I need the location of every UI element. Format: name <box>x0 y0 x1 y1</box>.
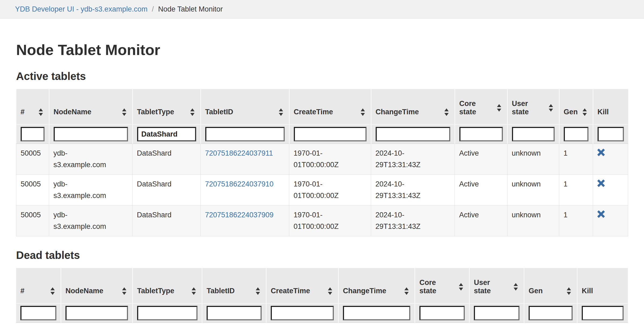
cell-num: 50005 <box>16 175 49 206</box>
dead-filter-changetime[interactable] <box>343 306 410 320</box>
sort-icon <box>122 108 126 116</box>
dead-filter-kill[interactable] <box>582 306 624 320</box>
cell-gen: 1 <box>559 144 593 175</box>
active-col-header-corestate[interactable]: Core state <box>455 89 507 124</box>
active-filter-kill[interactable] <box>598 127 624 141</box>
active-filter-nodename[interactable] <box>54 127 128 141</box>
dead-filter-userstate[interactable] <box>474 306 519 320</box>
cell-createtime: 1970-01-01T00:00:00Z <box>289 144 371 175</box>
active-header-row: # NodeName TabletType TabletID CreateTim… <box>16 89 628 124</box>
active-col-header-createtime[interactable]: CreateTime <box>289 89 371 124</box>
cell-nodename: ydb-s3.example.com <box>49 175 133 206</box>
dead-col-header-corestate[interactable]: Core state <box>415 268 469 303</box>
active-filter-num[interactable] <box>21 127 45 141</box>
active-col-header-changetime[interactable]: ChangeTime <box>371 89 455 124</box>
cell-gen: 1 <box>559 175 593 206</box>
breadcrumb-root-link[interactable]: YDB Developer UI - ydb-s3.example.com <box>15 5 148 13</box>
dead-tablets-heading: Dead tablets <box>16 249 628 261</box>
kill-x-icon <box>597 179 605 187</box>
dead-filter-tablettype[interactable] <box>137 306 197 320</box>
dead-col-header-createtime[interactable]: CreateTime <box>266 268 338 303</box>
dead-filter-row <box>16 303 628 323</box>
cell-userstate: unknown <box>507 175 559 206</box>
kill-x-icon <box>597 149 605 156</box>
dead-filter-createtime[interactable] <box>271 306 334 320</box>
active-filter-createtime[interactable] <box>294 127 367 141</box>
sort-icon <box>50 287 55 295</box>
breadcrumb: YDB Developer UI - ydb-s3.example.com / … <box>0 0 644 19</box>
dead-tablets-table: # NodeName TabletType TabletID CreateTim… <box>16 268 628 323</box>
active-col-header-userstate[interactable]: User state <box>507 89 559 124</box>
cell-nodename: ydb-s3.example.com <box>49 144 133 175</box>
dead-filter-nodename[interactable] <box>65 306 128 320</box>
dead-col-header-changetime[interactable]: ChangeTime <box>338 268 415 303</box>
cell-corestate: Active <box>455 175 507 206</box>
active-col-header-num[interactable]: # <box>16 89 49 124</box>
active-col-header-gen[interactable]: Gen <box>559 89 593 124</box>
dead-filter-tabletid[interactable] <box>207 306 262 320</box>
cell-corestate: Active <box>455 144 507 175</box>
cell-gen: 1 <box>559 206 593 236</box>
dead-col-header-tablettype[interactable]: TabletType <box>133 268 202 303</box>
cell-num: 50005 <box>16 206 49 236</box>
dead-col-header-userstate[interactable]: User state <box>469 268 524 303</box>
active-filter-changetime[interactable] <box>376 127 450 141</box>
cell-changetime: 2024-10-29T13:31:43Z <box>371 206 455 236</box>
sort-icon <box>39 108 43 116</box>
sort-icon <box>279 108 283 116</box>
active-filter-tabletid[interactable] <box>205 127 285 141</box>
dead-col-header-kill: Kill <box>577 268 628 303</box>
tablet-id-link[interactable]: 72075186224037911 <box>205 149 273 157</box>
page-title: Node Tablet Monitor <box>16 42 628 57</box>
cell-tabletid: 72075186224037909 <box>201 206 289 236</box>
active-col-header-nodename[interactable]: NodeName <box>49 89 133 124</box>
cell-tablettype: DataShard <box>133 206 201 236</box>
cell-createtime: 1970-01-01T00:00:00Z <box>289 175 371 206</box>
dead-header-row: # NodeName TabletType TabletID CreateTim… <box>16 268 628 303</box>
dead-col-header-num[interactable]: # <box>16 268 61 303</box>
kill-button[interactable] <box>597 210 605 218</box>
tablet-id-link[interactable]: 72075186224037909 <box>205 211 273 219</box>
cell-tabletid: 72075186224037910 <box>201 175 289 206</box>
active-filter-userstate[interactable] <box>512 127 555 141</box>
sort-icon <box>514 283 518 291</box>
table-row: 50005 ydb-s3.example.com DataShard 72075… <box>16 206 628 236</box>
active-filter-tablettype[interactable] <box>137 127 196 141</box>
cell-createtime: 1970-01-01T00:00:00Z <box>289 206 371 236</box>
sort-icon <box>497 104 501 112</box>
active-col-header-tablettype[interactable]: TabletType <box>133 89 201 124</box>
dead-filter-num[interactable] <box>20 306 56 320</box>
active-tablets-heading: Active tablets <box>16 70 628 82</box>
dead-filter-gen[interactable] <box>529 306 573 320</box>
breadcrumb-current: Node Tablet Monitor <box>158 5 223 13</box>
table-row: 50005 ydb-s3.example.com DataShard 72075… <box>16 144 628 175</box>
dead-col-header-gen[interactable]: Gen <box>524 268 577 303</box>
kill-button[interactable] <box>597 149 605 156</box>
sort-icon <box>404 287 409 295</box>
cell-tablettype: DataShard <box>133 175 201 206</box>
breadcrumb-separator: / <box>152 5 154 13</box>
sort-icon <box>583 108 587 116</box>
active-filter-gen[interactable] <box>564 127 588 141</box>
sort-icon <box>549 104 553 112</box>
cell-corestate: Active <box>455 206 507 236</box>
sort-icon <box>256 287 260 295</box>
dead-filter-corestate[interactable] <box>419 306 465 320</box>
active-filter-corestate[interactable] <box>459 127 503 141</box>
dead-col-header-tabletid[interactable]: TabletID <box>202 268 266 303</box>
sort-icon <box>567 287 571 295</box>
cell-kill <box>593 175 628 206</box>
sort-icon <box>459 283 463 291</box>
cell-kill <box>593 206 628 236</box>
active-col-header-tabletid[interactable]: TabletID <box>201 89 289 124</box>
sort-icon <box>190 108 195 116</box>
cell-changetime: 2024-10-29T13:31:43Z <box>371 144 455 175</box>
cell-tablettype: DataShard <box>133 144 201 175</box>
dead-col-header-nodename[interactable]: NodeName <box>61 268 133 303</box>
active-filter-row <box>16 124 628 144</box>
kill-button[interactable] <box>597 179 605 187</box>
active-col-header-kill: Kill <box>593 89 628 124</box>
sort-icon <box>361 108 365 116</box>
table-row: 50005 ydb-s3.example.com DataShard 72075… <box>16 175 628 206</box>
tablet-id-link[interactable]: 72075186224037910 <box>205 180 273 188</box>
